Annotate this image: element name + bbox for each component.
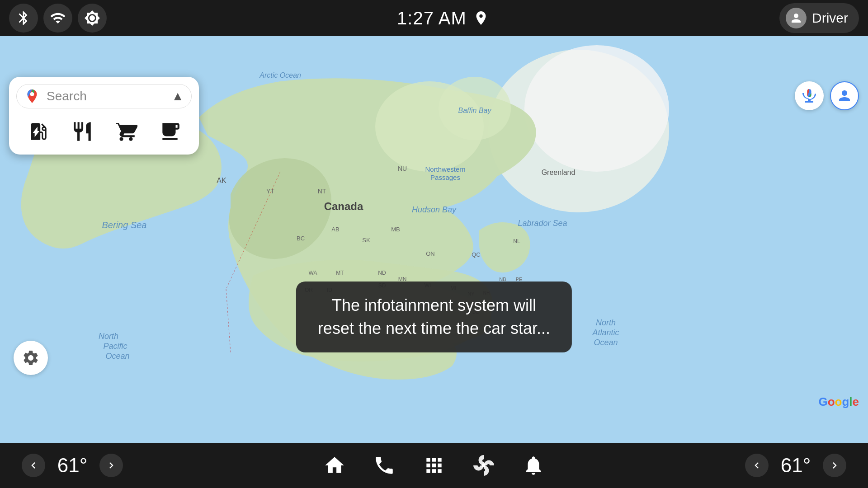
google-logo-o1: o — [828, 395, 835, 408]
microphone-icon — [801, 88, 817, 104]
label-nb: NB — [499, 277, 506, 282]
label-sk: SK — [362, 237, 370, 244]
label-north-atlantic: North — [596, 318, 616, 327]
home-icon — [323, 454, 346, 477]
label-nt: NT — [318, 188, 326, 195]
svg-point-7 — [30, 92, 34, 96]
label-nw-passages2: Passages — [430, 174, 460, 181]
label-ab: AB — [331, 226, 339, 233]
bottom-center-icons — [145, 454, 723, 477]
top-bar: 1:27 AM Driver — [0, 0, 868, 36]
label-mt: MT — [336, 270, 344, 276]
home-button[interactable] — [323, 454, 346, 477]
search-widget: Search ▲ — [9, 77, 199, 155]
settings-button[interactable] — [14, 341, 48, 375]
search-bar[interactable]: Search ▲ — [16, 84, 192, 108]
temp-right-increase-button[interactable] — [823, 454, 846, 477]
label-qc: QC — [472, 251, 481, 258]
search-placeholder: Search — [47, 89, 165, 103]
label-nl: NL — [513, 238, 520, 244]
label-greenland: Greenland — [542, 169, 576, 176]
driver-avatar — [786, 8, 807, 28]
temp-left-decrease-button[interactable] — [22, 454, 45, 477]
label-on: ON — [426, 250, 435, 257]
label-north-pacific2: Pacific — [103, 342, 127, 351]
apps-button[interactable] — [423, 454, 445, 477]
grocery-cart-icon — [115, 120, 137, 143]
chevron-left-right-icon — [750, 459, 763, 472]
label-canada: Canada — [324, 200, 363, 212]
driver-label: Driver — [812, 10, 848, 26]
label-north-atlantic3: Ocean — [594, 338, 618, 347]
map-profile-button[interactable] — [830, 81, 859, 110]
driver-button[interactable]: Driver — [779, 3, 859, 33]
microphone-button[interactable] — [795, 81, 824, 110]
clock-display: 1:27 AM — [397, 8, 467, 28]
bluetooth-button[interactable] — [9, 4, 38, 33]
bluetooth-icon — [15, 10, 32, 26]
map-top-right-controls — [795, 81, 859, 110]
quick-icons-row — [16, 116, 192, 147]
google-maps-logo — [24, 88, 40, 104]
label-hudson-bay: Hudson Bay — [412, 205, 457, 214]
notification-toast: The infotainment system willreset the ne… — [296, 282, 572, 352]
notifications-button[interactable] — [522, 454, 545, 477]
label-pe: PE — [516, 277, 523, 282]
google-logo-l: l — [849, 395, 852, 408]
chevron-left-icon — [27, 459, 40, 472]
restaurant-button[interactable] — [66, 116, 98, 147]
fan-icon — [472, 454, 495, 477]
map-area[interactable]: Arctic Ocean Baffin Bay Canada Northwest… — [0, 36, 868, 452]
person-icon — [789, 11, 803, 25]
label-wa: WA — [309, 270, 317, 276]
phone-icon — [373, 454, 396, 477]
settings-gear-icon — [22, 349, 40, 367]
search-chevron-icon[interactable]: ▲ — [171, 89, 184, 103]
google-watermark: Google — [818, 395, 859, 409]
top-right-controls: Driver — [779, 3, 859, 33]
label-nd: ND — [378, 270, 386, 276]
svg-point-2 — [524, 45, 669, 172]
grocery-button[interactable] — [110, 116, 142, 147]
notification-text: The infotainment system willreset the ne… — [318, 294, 550, 340]
chevron-right-icon — [105, 459, 118, 472]
fan-button[interactable] — [472, 454, 495, 477]
temp-left-controls: 61° — [0, 454, 145, 477]
wifi-button[interactable] — [43, 4, 72, 33]
wifi-icon — [50, 10, 66, 26]
gas-station-icon — [27, 120, 50, 143]
temp-right-controls: 61° — [723, 454, 868, 477]
label-north-pacific: North — [99, 332, 118, 341]
temp-left-value: 61° — [50, 454, 95, 477]
label-mb: MB — [391, 226, 400, 233]
location-pin-icon — [473, 10, 489, 26]
label-baffin-bay: Baffin Bay — [458, 107, 492, 114]
google-logo-e: e — [853, 395, 859, 408]
map-profile-icon — [836, 88, 853, 104]
brightness-button[interactable] — [78, 4, 107, 33]
temp-left-increase-button[interactable] — [99, 454, 123, 477]
phone-button[interactable] — [373, 454, 396, 477]
cafe-icon — [159, 120, 181, 143]
label-ak: AK — [217, 177, 226, 184]
google-logo-g: G — [818, 395, 827, 408]
chevron-right-right-icon — [828, 459, 841, 472]
label-bc: BC — [297, 235, 305, 242]
top-center: 1:27 AM — [397, 8, 489, 28]
label-north-atlantic2: Atlantic — [592, 328, 619, 337]
bottom-bar: 61° — [0, 443, 868, 488]
label-yt: YT — [266, 188, 274, 195]
cafe-button[interactable] — [154, 116, 186, 147]
temp-right-value: 61° — [773, 454, 818, 477]
google-logo-o2: o — [835, 395, 842, 408]
gas-station-button[interactable] — [23, 116, 54, 147]
svg-point-8 — [482, 464, 486, 467]
brightness-icon — [84, 10, 100, 26]
apps-grid-icon — [423, 454, 445, 477]
label-bering-sea: Bering Sea — [102, 220, 147, 230]
label-north-pacific3: Ocean — [105, 352, 129, 361]
temp-right-decrease-button[interactable] — [745, 454, 769, 477]
top-left-controls — [9, 4, 107, 33]
restaurant-icon — [71, 120, 94, 143]
label-labrador-sea: Labrador Sea — [518, 219, 567, 228]
